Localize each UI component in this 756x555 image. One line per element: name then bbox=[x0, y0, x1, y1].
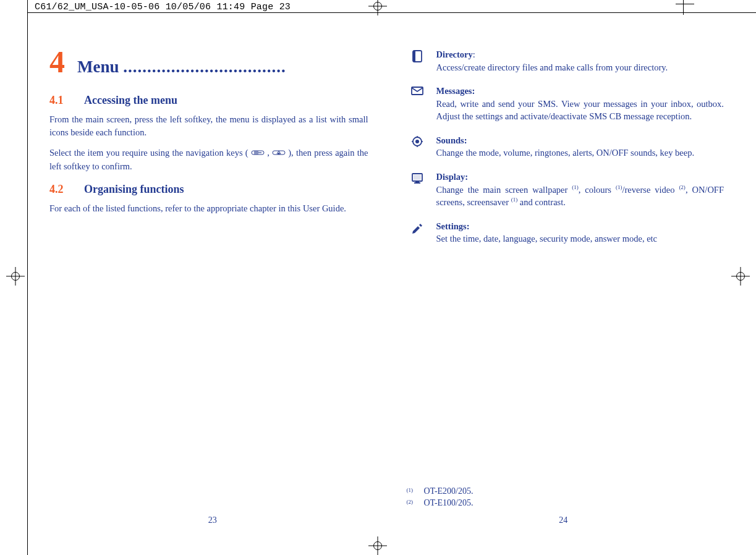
section-title: Organising functions bbox=[84, 183, 184, 196]
body-paragraph: From the main screen, press the left sof… bbox=[49, 113, 368, 139]
function-item: Messages: Read, write and send your SMS.… bbox=[407, 85, 724, 123]
crop-line-left bbox=[27, 0, 28, 555]
text-run: , bbox=[267, 148, 272, 158]
item-title: Directory bbox=[436, 49, 473, 59]
body-paragraph: Select the item you require using the na… bbox=[49, 146, 368, 173]
body-paragraph: For each of the listed functions, refer … bbox=[49, 202, 368, 215]
item-desc: Set the time, date, language, security m… bbox=[436, 234, 658, 244]
function-item: Directory: Access/create directory files… bbox=[407, 48, 724, 74]
item-title: Sounds: bbox=[436, 135, 467, 145]
item-desc: Change the mode, volume, ringtones, aler… bbox=[436, 148, 695, 158]
item-title: Display: bbox=[436, 172, 469, 182]
item-desc: Read, write and send your SMS. View your… bbox=[436, 99, 724, 122]
text-run: Select the item you require using the na… bbox=[49, 148, 248, 158]
item-title: Settings: bbox=[436, 221, 470, 231]
page-number: 24 bbox=[388, 515, 739, 525]
function-item: Display: Change the main screen wallpape… bbox=[407, 171, 724, 209]
svg-rect-16 bbox=[414, 175, 421, 180]
crop-line-top bbox=[27, 12, 756, 13]
print-header: C61/62_UM_USA-10-05-06 10/05/06 11:49 Pa… bbox=[35, 2, 291, 12]
item-desc: Change the main screen wallpaper (1), co… bbox=[436, 185, 724, 208]
directory-icon bbox=[407, 48, 428, 74]
section-heading: 4.1 Accessing the menu bbox=[49, 94, 368, 107]
item-desc: Access/create directory files and make c… bbox=[436, 62, 668, 72]
footnote-text: OT-E100/205. bbox=[424, 497, 474, 509]
svg-rect-17 bbox=[415, 181, 419, 182]
display-icon bbox=[407, 171, 428, 209]
svg-rect-18 bbox=[414, 182, 420, 184]
item-title: Messages: bbox=[436, 86, 475, 96]
function-item: Settings: Set the time, date, language, … bbox=[407, 220, 724, 245]
messages-icon bbox=[407, 85, 428, 123]
item-title-suffix: : bbox=[473, 49, 475, 59]
registration-mark-icon bbox=[368, 0, 387, 15]
chapter-dots: .................................. bbox=[123, 57, 286, 76]
chapter-title: Menu bbox=[77, 57, 123, 76]
nav-key-right-icon bbox=[272, 147, 286, 160]
chapter-number: 4 bbox=[49, 48, 65, 76]
footnote-mark: (1) bbox=[407, 485, 418, 498]
chapter-heading: 4 Menu .................................… bbox=[49, 48, 368, 77]
svg-rect-5 bbox=[278, 153, 279, 155]
footnote: (2) OT-E100/205. bbox=[407, 497, 724, 509]
footnote-text: OT-E200/205. bbox=[424, 485, 474, 498]
footnote: (1) OT-E200/205. bbox=[407, 485, 724, 498]
section-number: 4.2 bbox=[49, 183, 73, 196]
section-title: Accessing the menu bbox=[84, 94, 177, 107]
registration-mark-icon bbox=[6, 267, 25, 286]
page-number: 23 bbox=[37, 515, 388, 525]
section-number: 4.1 bbox=[49, 94, 73, 107]
settings-icon bbox=[407, 220, 428, 245]
svg-rect-7 bbox=[413, 51, 415, 62]
page-spread: 4 Menu .................................… bbox=[37, 22, 739, 540]
nav-key-left-icon bbox=[251, 147, 265, 160]
svg-rect-8 bbox=[412, 87, 423, 95]
crop-tick bbox=[683, 0, 684, 15]
section-heading: 4.2 Organising functions bbox=[49, 183, 368, 196]
function-item: Sounds: Change the mode, volume, rington… bbox=[407, 134, 724, 159]
footnotes: (1) OT-E200/205. (2) OT-E100/205. bbox=[407, 485, 724, 509]
sounds-icon bbox=[407, 134, 428, 159]
svg-point-10 bbox=[415, 140, 419, 143]
footnote-mark: (2) bbox=[407, 497, 418, 509]
page-right: Directory: Access/create directory files… bbox=[388, 22, 739, 540]
crop-tick bbox=[676, 4, 694, 4]
page-left: 4 Menu .................................… bbox=[37, 22, 388, 540]
